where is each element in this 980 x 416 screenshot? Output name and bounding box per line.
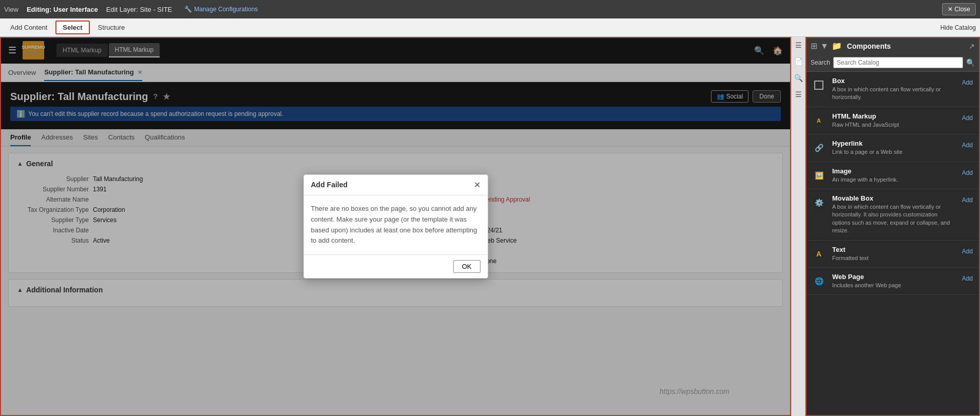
component-item: 🖼️ Image An image with a hyperlink. Add	[806, 162, 979, 189]
main-layout: ☰ SUPREMO Utilities HTML Markup HTML Mar…	[0, 37, 980, 416]
component-add-button[interactable]: Add	[960, 168, 975, 177]
component-info-3: Image An image with a hyperlink.	[832, 167, 955, 184]
left-sidebar-icon-4[interactable]: ☰	[795, 90, 802, 98]
component-description: Link to a page or a Web site	[832, 148, 955, 156]
modal-overlay: Add Failed ✕ There are no boxes on the p…	[0, 37, 791, 416]
sidebar-title: Components	[847, 42, 891, 50]
component-icon-image: 🖼️	[811, 167, 827, 184]
sidebar-folder-icon: 📁	[832, 41, 842, 51]
right-sidebar: ⊞ ▼ 📁 Components ↗ Search 🔍 Box A box in…	[805, 37, 980, 416]
component-info-2: Hyperlink Link to a page or a Web site	[832, 140, 955, 156]
component-add-button[interactable]: Add	[960, 195, 975, 205]
svg-rect-0	[815, 81, 823, 89]
modal-body: There are no boxes on the page, so you c…	[304, 195, 488, 254]
component-description: An image with a hyperlink.	[832, 176, 955, 184]
component-info-4: Movable Box A box in which content can f…	[832, 194, 955, 235]
component-description: Includes another Web page	[832, 282, 955, 289]
sidebar-grid-icon[interactable]: ⊞	[811, 41, 817, 51]
component-add-button[interactable]: Add	[960, 247, 975, 256]
top-bar: View Editing: User Interface Edit Layer:…	[0, 0, 980, 18]
select-button[interactable]: Select	[55, 21, 89, 34]
edit-layer-label: Edit Layer: Site - SITE	[106, 6, 172, 13]
modal-footer: OK	[304, 254, 488, 278]
component-icon-hyperlink: 🔗	[811, 140, 827, 156]
sidebar-dropdown-icon[interactable]: ▼	[820, 42, 829, 51]
component-name: Movable Box	[832, 194, 955, 202]
hide-catalog-button[interactable]: Hide Catalog	[940, 24, 976, 31]
component-icon-box	[811, 77, 827, 93]
content-area: ☰ SUPREMO Utilities HTML Markup HTML Mar…	[0, 37, 791, 416]
sidebar-toolbar: ⊞ ▼ 📁 Components ↗	[806, 38, 979, 54]
modal-header: Add Failed ✕	[304, 175, 488, 195]
add-content-button[interactable]: Add Content	[4, 22, 53, 33]
structure-button[interactable]: Structure	[92, 22, 131, 33]
component-name: Image	[832, 167, 955, 175]
search-input[interactable]	[833, 57, 963, 68]
component-list: Box A box in which content can flow vert…	[806, 72, 979, 415]
component-name: Text	[832, 246, 955, 253]
component-name: Box	[832, 77, 955, 85]
component-name: Web Page	[832, 273, 955, 281]
component-item: A HTML Markup Raw HTML and JavaScript Ad…	[806, 107, 979, 134]
add-failed-modal: Add Failed ✕ There are no boxes on the p…	[303, 174, 488, 279]
component-description: Formatted text	[832, 254, 955, 262]
component-description: Raw HTML and JavaScript	[832, 121, 955, 129]
action-bar: Add Content Select Structure Hide Catalo…	[0, 18, 980, 37]
config-icon: 🔧	[184, 6, 192, 13]
modal-ok-button[interactable]: OK	[453, 260, 481, 273]
component-icon-html: A	[811, 112, 827, 129]
left-sidebar-icon-1[interactable]: ☰	[795, 41, 802, 49]
sidebar-search-label: Search	[811, 59, 830, 66]
sidebar-expand-icon[interactable]: ↗	[969, 42, 975, 50]
component-info-1: HTML Markup Raw HTML and JavaScript	[832, 112, 955, 129]
component-add-button[interactable]: Add	[960, 141, 975, 150]
component-info-5: Text Formatted text	[832, 246, 955, 262]
manage-configurations-link[interactable]: 🔧 Manage Configurations	[184, 6, 258, 13]
component-icon-text: A	[811, 246, 827, 262]
component-item: 🔗 Hyperlink Link to a page or a Web site…	[806, 134, 979, 162]
component-add-button[interactable]: Add	[960, 113, 975, 123]
component-name: HTML Markup	[832, 112, 955, 120]
view-link[interactable]: View	[4, 6, 18, 13]
component-item: Box A box in which content can flow vert…	[806, 72, 979, 107]
left-sidebar: ☰ 📄 🔍 ☰	[791, 37, 805, 416]
close-button[interactable]: ✕ Close	[942, 3, 976, 15]
component-icon-movable: ⚙️	[811, 194, 827, 211]
component-info-6: Web Page Includes another Web page	[832, 273, 955, 289]
editing-label: Editing: User Interface	[27, 6, 98, 13]
component-item: ⚙️ Movable Box A box in which content ca…	[806, 189, 979, 241]
component-item: 🌐 Web Page Includes another Web page Add	[806, 268, 979, 295]
left-sidebar-icon-2[interactable]: 📄	[794, 57, 803, 66]
modal-title: Add Failed	[311, 181, 348, 189]
left-sidebar-icon-3[interactable]: 🔍	[794, 74, 803, 82]
component-item: A Text Formatted text Add	[806, 241, 979, 268]
sidebar-search: Search 🔍	[806, 54, 979, 72]
component-add-button[interactable]: Add	[960, 274, 975, 283]
modal-message: There are no boxes on the page, so you c…	[311, 204, 481, 246]
component-description: A box in which content can flow vertical…	[832, 203, 955, 235]
component-add-button[interactable]: Add	[960, 78, 975, 87]
component-icon-webpage: 🌐	[811, 273, 827, 289]
component-info-0: Box A box in which content can flow vert…	[832, 77, 955, 102]
component-name: Hyperlink	[832, 140, 955, 147]
search-submit-icon[interactable]: 🔍	[966, 58, 975, 67]
modal-close-button[interactable]: ✕	[474, 180, 481, 190]
component-description: A box in which content can flow vertical…	[832, 86, 955, 102]
